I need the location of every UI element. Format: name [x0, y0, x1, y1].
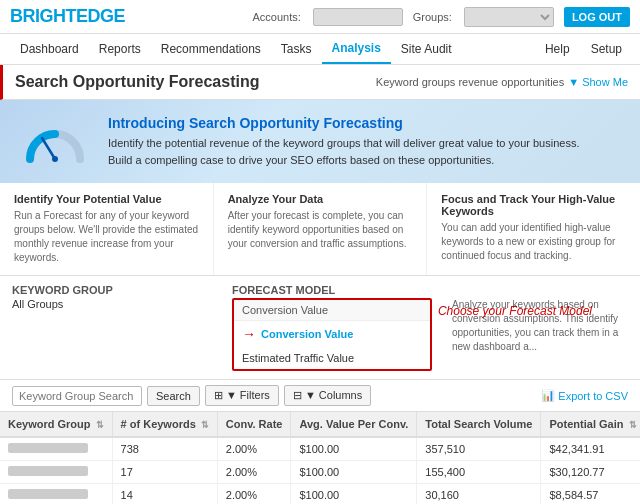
svg-line-0	[42, 138, 55, 159]
filter-icon: ⊞	[214, 389, 223, 401]
table-body: 7382.00%$100.00357,510$42,341.91Complete…	[0, 437, 640, 504]
cell-num_keywords: 738	[112, 437, 217, 461]
feature-card-text-2: You can add your identified high-value k…	[441, 221, 626, 263]
nav-right: Help Setup	[537, 35, 630, 63]
cell-num_keywords: 14	[112, 484, 217, 505]
col-conv-rate: Conv. Rate	[217, 412, 291, 437]
logout-button[interactable]: LOG OUT	[564, 7, 630, 27]
keyword-group-value: All Groups	[12, 298, 212, 310]
nav-item-tasks[interactable]: Tasks	[271, 35, 322, 63]
nav-item-analysis[interactable]: Analysis	[322, 34, 391, 64]
forecast-model-label: FORECAST MODEL	[232, 284, 432, 296]
banner-line1: Identify the potential revenue of the ke…	[108, 135, 620, 152]
gauge-svg	[20, 114, 90, 169]
forecast-left: KEYWORD GROUP All Groups	[12, 284, 212, 310]
nav-item-dashboard[interactable]: Dashboard	[10, 35, 89, 63]
groups-label: Groups:	[413, 11, 452, 23]
logo: BRIGHTEDGE	[10, 6, 125, 27]
nav-item-recommendations[interactable]: Recommendations	[151, 35, 271, 63]
cell-potential_gain: $8,584.57	[541, 484, 640, 505]
feature-card-title-0: Identify Your Potential Value	[14, 193, 199, 205]
keyword-group-label: KEYWORD GROUP	[12, 284, 212, 296]
sort-icon-0[interactable]: ⇅	[96, 420, 104, 430]
export-icon: 📊	[541, 389, 555, 402]
feature-card-1: Analyze Your Data After your forecast is…	[214, 183, 428, 275]
feature-card-0: Identify Your Potential Value Run a Fore…	[0, 183, 214, 275]
feature-card-title-2: Focus and Track Your High-Value Keywords	[441, 193, 626, 217]
nav-left: Dashboard Reports Recommendations Tasks …	[10, 34, 462, 64]
forecast-section: KEYWORD GROUP All Groups FORECAST MODEL …	[0, 276, 640, 380]
results-table: Keyword Group ⇅ # of Keywords ⇅ Conv. Ra…	[0, 412, 640, 504]
cell-avg_value: $100.00	[291, 484, 417, 505]
cell-keyword-group	[0, 437, 112, 461]
cell-avg_value: $100.00	[291, 461, 417, 484]
cell-potential_gain: $42,341.91	[541, 437, 640, 461]
cell-keyword-group	[0, 461, 112, 484]
forecast-center: FORECAST MODEL Conversion Value → Conver…	[232, 284, 432, 371]
page-title: Search Opportunity Forecasting	[15, 73, 259, 91]
feature-card-title-1: Analyze Your Data	[228, 193, 413, 205]
cell-conv_rate: 2.00%	[217, 461, 291, 484]
top-bar: BRIGHTEDGE Accounts: Groups: LOG OUT	[0, 0, 640, 34]
cell-num_keywords: 17	[112, 461, 217, 484]
table-row: 172.00%$100.00155,400$30,120.77Complete …	[0, 461, 640, 484]
intro-banner: Introducing Search Opportunity Forecasti…	[0, 100, 640, 183]
nav-item-site-audit[interactable]: Site Audit	[391, 35, 462, 63]
dropdown-item-1[interactable]: Estimated Traffic Value	[234, 347, 430, 369]
feature-card-text-1: After your forecast is complete, you can…	[228, 209, 413, 251]
banner-content: Introducing Search Opportunity Forecasti…	[108, 115, 620, 168]
sort-icon-1[interactable]: ⇅	[201, 420, 209, 430]
dropdown-header: Conversion Value	[234, 300, 430, 321]
nav-setup[interactable]: Setup	[583, 35, 630, 63]
nav-help[interactable]: Help	[537, 35, 578, 63]
search-button[interactable]: Search	[147, 386, 200, 406]
nav-item-reports[interactable]: Reports	[89, 35, 151, 63]
svg-point-1	[52, 156, 58, 162]
col-potential-gain: Potential Gain ⇅	[541, 412, 640, 437]
dropdown-arrow-icon: →	[242, 326, 256, 342]
table-row: 142.00%$100.0030,160$8,584.57Complete (0…	[0, 484, 640, 505]
table-container: Keyword Group ⇅ # of Keywords ⇅ Conv. Ra…	[0, 412, 640, 504]
export-csv-link[interactable]: 📊 Export to CSV	[541, 389, 628, 402]
columns-button[interactable]: ⊟ ▼ Columns	[284, 385, 371, 406]
cell-avg_value: $100.00	[291, 437, 417, 461]
nav-bar: Dashboard Reports Recommendations Tasks …	[0, 34, 640, 65]
forecast-desc: Analyze your keywords based on conversio…	[452, 284, 628, 354]
keyword-group-search-input[interactable]	[12, 386, 142, 406]
cell-conv_rate: 2.00%	[217, 484, 291, 505]
groups-select[interactable]	[464, 7, 554, 27]
page-header: Search Opportunity Forecasting Keyword g…	[0, 65, 640, 100]
table-header-row: Keyword Group ⇅ # of Keywords ⇅ Conv. Ra…	[0, 412, 640, 437]
col-num-keywords: # of Keywords ⇅	[112, 412, 217, 437]
choose-label: Choose your Forecast Model	[438, 304, 592, 318]
columns-icon: ⊟	[293, 389, 302, 401]
show-me-link[interactable]: ▼ Show Me	[568, 76, 628, 88]
banner-title: Introducing Search Opportunity Forecasti…	[108, 115, 620, 131]
feature-cards: Identify Your Potential Value Run a Fore…	[0, 183, 640, 276]
feature-card-2: Focus and Track Your High-Value Keywords…	[427, 183, 640, 275]
filters-button[interactable]: ⊞ ▼ Filters	[205, 385, 279, 406]
table-row: 7382.00%$100.00357,510$42,341.91Complete…	[0, 437, 640, 461]
col-total-volume: Total Search Volume	[417, 412, 541, 437]
feature-card-text-0: Run a Forecast for any of your keyword g…	[14, 209, 199, 265]
cell-potential_gain: $30,120.77	[541, 461, 640, 484]
gauge-container	[20, 114, 90, 169]
toolbar-left: Search ⊞ ▼ Filters ⊟ ▼ Columns	[12, 385, 371, 406]
header-right-text: Keyword groups revenue opportunities	[376, 76, 564, 88]
col-keyword-group: Keyword Group ⇅	[0, 412, 112, 437]
cell-total_volume: 357,510	[417, 437, 541, 461]
accounts-label: Accounts:	[252, 11, 300, 23]
cell-conv_rate: 2.00%	[217, 437, 291, 461]
header-right: Keyword groups revenue opportunities ▼ S…	[376, 76, 628, 88]
dropdown-item-0[interactable]: → Conversion Value	[234, 321, 430, 347]
col-avg-value: Avg. Value Per Conv.	[291, 412, 417, 437]
toolbar: Search ⊞ ▼ Filters ⊟ ▼ Columns 📊 Export …	[0, 380, 640, 412]
banner-line2: Build a compelling case to drive your SE…	[108, 152, 620, 169]
cell-keyword-group	[0, 484, 112, 505]
accounts-input[interactable]	[313, 8, 403, 26]
cell-total_volume: 30,160	[417, 484, 541, 505]
top-controls: Accounts: Groups: LOG OUT	[252, 7, 630, 27]
forecast-dropdown[interactable]: Conversion Value → Conversion Value Esti…	[232, 298, 432, 371]
cell-total_volume: 155,400	[417, 461, 541, 484]
sort-icon-5[interactable]: ⇅	[629, 420, 637, 430]
